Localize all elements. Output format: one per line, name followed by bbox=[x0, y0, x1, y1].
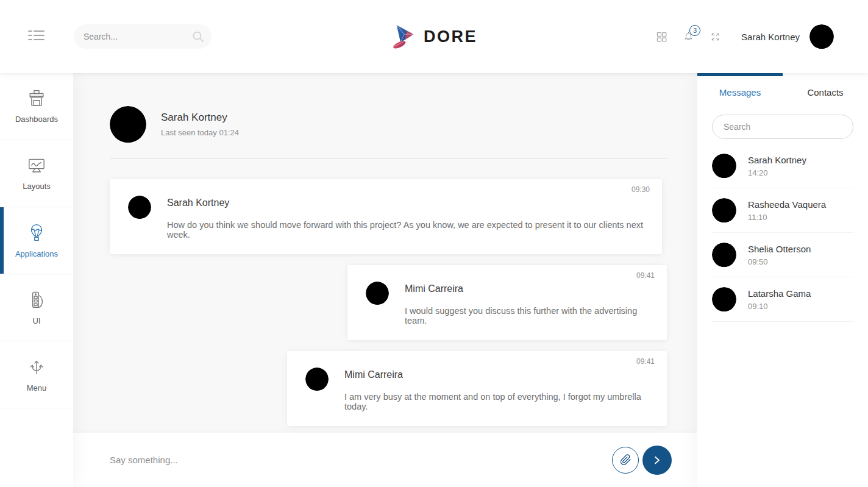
chat-main: Sarah Kortney Last seen today 01:24 09:3… bbox=[73, 73, 697, 487]
message-text: I would suggest you discuss this further… bbox=[405, 306, 655, 325]
dore-logo-icon bbox=[391, 24, 416, 49]
chat-partner-avatar bbox=[110, 106, 146, 143]
message-sender-name: Mimi Carreira bbox=[344, 369, 655, 380]
contact-time: 09:50 bbox=[748, 257, 811, 266]
sidebar-item-label: Applications bbox=[15, 249, 58, 258]
search-icon bbox=[191, 29, 205, 44]
send-message-button[interactable] bbox=[642, 446, 672, 475]
profile-name[interactable]: Sarah Kortney bbox=[741, 32, 800, 42]
message-sender-avatar bbox=[366, 282, 389, 305]
balloon-icon bbox=[26, 223, 47, 244]
message-text: How do you think we should move forward … bbox=[167, 220, 650, 240]
active-tab-indicator bbox=[697, 73, 783, 76]
message-time: 09:30 bbox=[122, 185, 650, 194]
sidebar-item-menu[interactable]: Menu bbox=[0, 341, 73, 408]
top-navbar: DORE 3 bbox=[0, 0, 868, 73]
chat-header-divider bbox=[110, 158, 667, 158]
contact-avatar bbox=[712, 154, 736, 178]
message-sender-avatar bbox=[128, 196, 151, 219]
sidebar-item-dashboards[interactable]: Dashboards bbox=[0, 73, 73, 140]
panel-tabs: Messages Contacts bbox=[697, 73, 868, 111]
shop-icon bbox=[26, 89, 48, 109]
contact-name: Rasheeda Vaquera bbox=[748, 199, 826, 210]
fullscreen-icon bbox=[709, 30, 722, 43]
contacts-search-input[interactable] bbox=[713, 115, 853, 138]
contact-avatar bbox=[712, 243, 736, 267]
sidebar-item-layouts[interactable]: Layouts bbox=[0, 140, 73, 207]
chat-partner-name: Sarah Kortney bbox=[161, 112, 239, 124]
app-logo[interactable]: DORE bbox=[391, 24, 477, 49]
fullscreen-button[interactable] bbox=[709, 30, 722, 43]
grid-icon bbox=[655, 30, 668, 43]
contact-name: Latarsha Gama bbox=[748, 288, 811, 299]
navbar-actions: 3 Sarah Kortney bbox=[655, 24, 834, 49]
global-search bbox=[74, 24, 212, 49]
chat-header: Sarah Kortney Last seen today 01:24 bbox=[110, 106, 667, 143]
contact-time: 11:10 bbox=[748, 213, 826, 222]
sidebar-item-applications[interactable]: Applications bbox=[0, 207, 73, 274]
apps-grid-button[interactable] bbox=[655, 30, 668, 43]
sidebar-item-label: Dashboards bbox=[15, 115, 58, 124]
message-card: 09:41 Mimi Carreira I am very busy at th… bbox=[287, 351, 667, 426]
hamburger-menu-icon bbox=[28, 28, 44, 43]
contacts-search bbox=[712, 115, 853, 139]
contact-item-rasheeda-vaquera[interactable]: Rasheeda Vaquera 11:10 bbox=[712, 188, 853, 233]
message-card: 09:30 Sarah Kortney How do you think we … bbox=[110, 179, 662, 254]
message-sender-avatar bbox=[305, 368, 329, 391]
contacts-panel: Messages Contacts Sarah Kortney 14:20 Ra… bbox=[697, 73, 868, 487]
branch-arrows-icon bbox=[26, 357, 47, 378]
profile-avatar[interactable] bbox=[809, 24, 834, 49]
logo-text: DORE bbox=[424, 27, 477, 46]
contact-avatar bbox=[712, 198, 736, 222]
paperclip-icon bbox=[620, 454, 631, 466]
sidebar-item-ui[interactable]: UI bbox=[0, 274, 73, 341]
chat-partner-status: Last seen today 01:24 bbox=[161, 128, 239, 137]
monitor-icon bbox=[26, 157, 48, 176]
tab-messages[interactable]: Messages bbox=[697, 87, 783, 98]
notification-count-badge: 3 bbox=[689, 25, 700, 36]
sidebar-item-label: Menu bbox=[27, 383, 47, 393]
message-time: 09:41 bbox=[360, 271, 655, 280]
notifications-button[interactable]: 3 bbox=[681, 30, 695, 44]
contact-avatar bbox=[712, 287, 736, 311]
chat-app-page: DORE 3 bbox=[0, 0, 868, 487]
contact-item-shelia-otterson[interactable]: Shelia Otterson 09:50 bbox=[712, 233, 853, 277]
sidebar-toggle-button[interactable] bbox=[28, 28, 44, 45]
tab-contacts[interactable]: Contacts bbox=[783, 87, 868, 98]
contact-time: 14:20 bbox=[748, 168, 806, 177]
contact-name: Shelia Otterson bbox=[748, 244, 811, 254]
message-sender-name: Mimi Carreira bbox=[405, 283, 655, 294]
message-time: 09:41 bbox=[299, 357, 655, 366]
message-list: 09:30 Sarah Kortney How do you think we … bbox=[110, 179, 667, 426]
contact-item-latarsha-gama[interactable]: Latarsha Gama 09:10 bbox=[712, 277, 853, 322]
sidebar-item-label: Layouts bbox=[23, 182, 51, 191]
attach-file-button[interactable] bbox=[612, 447, 639, 474]
swatches-icon bbox=[26, 290, 47, 311]
contact-time: 09:10 bbox=[748, 302, 811, 311]
chat-area: Sarah Kortney Last seen today 01:24 09:3… bbox=[73, 73, 697, 433]
chat-message-input[interactable] bbox=[110, 455, 612, 465]
message-sender-name: Sarah Kortney bbox=[167, 197, 650, 208]
main-sidebar: Dashboards Layouts Applications bbox=[0, 73, 73, 487]
message-text: I am very busy at the moment and on top … bbox=[344, 392, 655, 411]
contact-name: Sarah Kortney bbox=[748, 155, 806, 165]
contact-item-sarah-kortney[interactable]: Sarah Kortney 14:20 bbox=[712, 144, 853, 188]
chat-input-bar bbox=[73, 433, 697, 487]
sidebar-item-label: UI bbox=[33, 316, 41, 325]
message-card: 09:41 Mimi Carreira I would suggest you … bbox=[347, 265, 667, 340]
send-chevron-icon bbox=[652, 455, 663, 466]
